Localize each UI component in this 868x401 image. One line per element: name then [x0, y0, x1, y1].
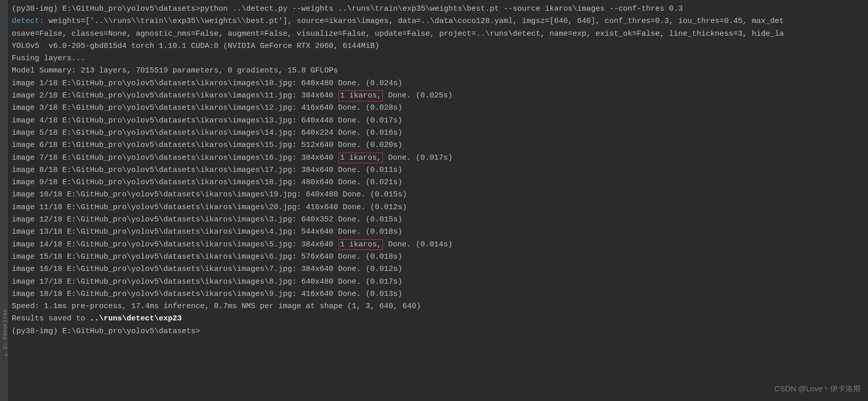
- image-line-pre: image 14/18 E:\GitHub_pro\yolov5\dataset…: [12, 240, 338, 249]
- image-result-line: image 15/18 E:\GitHub_pro\yolov5\dataset…: [12, 251, 865, 263]
- terminal-output[interactable]: (py38-img) E:\GitHub_pro\yolov5\datasets…: [9, 0, 868, 341]
- image-line-post: Done. (0.017s): [383, 154, 452, 162]
- favorites-tab[interactable]: ★ 2: Favorites: [0, 306, 11, 360]
- image-line-post: Done. (0.025s): [383, 91, 452, 100]
- image-result-line: image 5/18 E:\GitHub_pro\yolov5\datasets…: [12, 127, 865, 139]
- image-line-post: Done. (0.014s): [383, 240, 452, 249]
- ide-sidebar: ★ 2: Favorites: [0, 0, 9, 401]
- image-processing-lines: image 1/18 E:\GitHub_pro\yolov5\datasets…: [12, 78, 865, 300]
- image-result-line: image 10/18 E:\GitHub_pro\yolov5\dataset…: [12, 189, 865, 201]
- results-path: ..\runs\detect\exp23: [90, 314, 182, 323]
- image-result-line: image 16/18 E:\GitHub_pro\yolov5\dataset…: [12, 263, 865, 275]
- prompt-line: (py38-img) E:\GitHub_pro\yolov5\datasets…: [12, 325, 865, 338]
- image-result-line: image 9/18 E:\GitHub_pro\yolov5\datasets…: [12, 177, 865, 189]
- image-result-line: image 18/18 E:\GitHub_pro\yolov5\dataset…: [12, 288, 865, 300]
- detection-highlight: 1 ikaros,: [339, 90, 383, 102]
- image-result-line: image 7/18 E:\GitHub_pro\yolov5\datasets…: [12, 152, 865, 164]
- image-result-line: image 14/18 E:\GitHub_pro\yolov5\dataset…: [12, 239, 865, 251]
- speed-line: Speed: 1.1ms pre-process, 17.4ms inferen…: [12, 300, 865, 313]
- image-result-line: image 17/18 E:\GitHub_pro\yolov5\dataset…: [12, 276, 865, 288]
- image-result-line: image 3/18 E:\GitHub_pro\yolov5\datasets…: [12, 102, 865, 114]
- detect-params: weights=['..\\runs\\train\\exp35\\weight…: [44, 17, 784, 26]
- image-result-line: image 6/18 E:\GitHub_pro\yolov5\datasets…: [12, 139, 865, 152]
- image-result-line: image 13/18 E:\GitHub_pro\yolov5\dataset…: [12, 226, 865, 238]
- image-result-line: image 4/18 E:\GitHub_pro\yolov5\datasets…: [12, 115, 865, 127]
- csdn-watermark: CSDN @Love丶伊卡洛斯: [775, 383, 861, 395]
- results-line: Results saved to ..\runs\detect\exp23: [12, 313, 865, 325]
- detection-highlight: 1 ikaros,: [339, 239, 383, 250]
- favorites-tab-label: 2: Favorites: [1, 309, 10, 349]
- detection-highlight: 1 ikaros,: [339, 153, 383, 164]
- yolo-version-line: YOLOv5 v6.0-205-gbd815d4 torch 1.10.1 CU…: [12, 40, 865, 53]
- detect-params-line-2: osave=False, classes=None, agnostic_nms=…: [12, 28, 865, 40]
- image-result-line: image 11/18 E:\GitHub_pro\yolov5\dataset…: [12, 202, 865, 214]
- image-result-line: image 1/18 E:\GitHub_pro\yolov5\datasets…: [12, 78, 865, 90]
- command-line: (py38-img) E:\GitHub_pro\yolov5\datasets…: [12, 3, 865, 15]
- image-line-pre: image 7/18 E:\GitHub_pro\yolov5\datasets…: [12, 154, 338, 162]
- detect-label: detect:: [12, 17, 44, 26]
- model-summary-line: Model Summary: 213 layers, 7015519 param…: [12, 65, 865, 77]
- star-icon: ★: [2, 352, 10, 357]
- image-result-line: image 12/18 E:\GitHub_pro\yolov5\dataset…: [12, 214, 865, 226]
- detect-params-line: detect: weights=['..\\runs\\train\\exp35…: [12, 15, 865, 28]
- results-label: Results saved to: [12, 314, 90, 323]
- image-result-line: image 2/18 E:\GitHub_pro\yolov5\datasets…: [12, 90, 865, 102]
- fusing-layers-line: Fusing layers...: [12, 53, 865, 65]
- image-result-line: image 8/18 E:\GitHub_pro\yolov5\datasets…: [12, 164, 865, 177]
- image-line-pre: image 2/18 E:\GitHub_pro\yolov5\datasets…: [12, 91, 338, 100]
